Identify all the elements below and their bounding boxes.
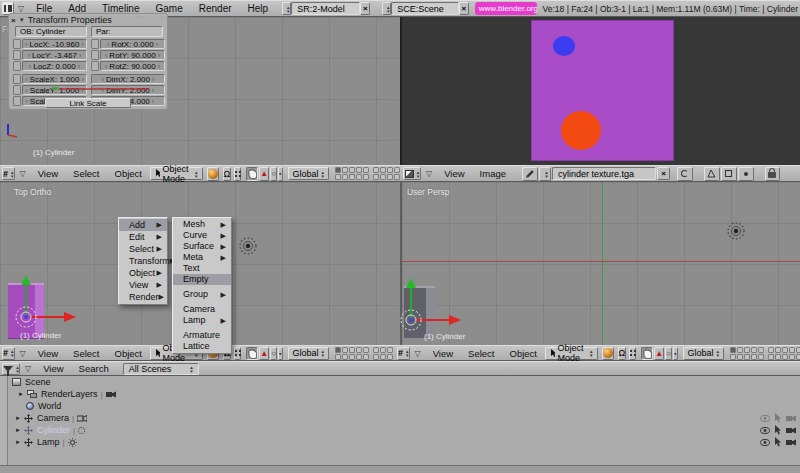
view-menu[interactable]: View	[437, 168, 471, 179]
uv-pin-icon[interactable]	[721, 167, 737, 181]
layer-toggle[interactable]	[730, 347, 736, 353]
texture-image[interactable]	[531, 20, 674, 161]
screen-close-button[interactable]: ×	[360, 2, 370, 15]
dimx-field[interactable]: DimX: 2.000	[91, 74, 165, 84]
layer-toggle[interactable]	[775, 347, 781, 353]
dimy-field[interactable]: DimY: 2.000	[91, 85, 165, 95]
layer-toggle[interactable]	[342, 347, 348, 353]
layer-toggle[interactable]	[342, 354, 348, 360]
layer-toggle[interactable]	[335, 174, 341, 180]
transform-manipulator[interactable]	[391, 276, 465, 332]
layer-toggle[interactable]	[363, 354, 369, 360]
panel-close-icon[interactable]: ×	[11, 16, 16, 25]
add-menu-item-surface[interactable]: Surface▶	[173, 241, 231, 252]
orientation-dropdown[interactable]: Global▴▾	[683, 347, 725, 360]
outliner-row-world[interactable]: World	[0, 400, 800, 412]
mode-dropdown[interactable]: Object Mode ▴▾	[545, 347, 598, 360]
layer-toggle[interactable]	[380, 347, 386, 353]
layer-toggle[interactable]	[744, 347, 750, 353]
menu-render[interactable]: Render	[191, 3, 240, 14]
layer-toggle[interactable]	[768, 354, 774, 360]
layer-toggle[interactable]	[737, 347, 743, 353]
loc-lock-icon[interactable]	[13, 61, 21, 71]
lamp-object-icon[interactable]	[237, 235, 259, 257]
context-menu-item-transform[interactable]: Transform▶	[119, 255, 167, 267]
manipulator-translate-icon[interactable]: ▲	[259, 167, 269, 181]
scalex-field[interactable]: ScaleX: 1.000	[22, 74, 87, 84]
view-menu[interactable]: View	[426, 348, 460, 359]
layer-toggle[interactable]	[387, 167, 393, 173]
add-menu-item-mesh[interactable]: Mesh▶	[173, 219, 231, 230]
draw-mode-icon[interactable]	[602, 347, 614, 360]
render-camera-icon[interactable]	[106, 391, 116, 398]
restrict-render-icon[interactable]	[786, 415, 796, 422]
layer-toggle[interactable]	[373, 354, 379, 360]
layer-toggle[interactable]	[758, 354, 764, 360]
locy-field[interactable]: LocY: -3.467	[22, 50, 87, 60]
header-collapse-icon[interactable]: ▽	[415, 349, 421, 358]
manipulator-translate-icon[interactable]: ▲	[654, 347, 664, 360]
layer-toggle[interactable]	[335, 354, 341, 360]
layer-toggle[interactable]	[342, 167, 348, 173]
transform-manipulator[interactable]	[6, 273, 80, 329]
outliner-panel[interactable]: Scene ► RenderLayers | World ► Camera |	[0, 376, 800, 465]
editor-type-grid-icon[interactable]: #▴▾	[2, 347, 15, 360]
manipulator-rotate-icon[interactable]: ○	[270, 167, 277, 181]
mode-dropdown[interactable]: Object Mode ▴▾	[150, 167, 203, 180]
context-menu-item-select[interactable]: Select▶	[119, 243, 167, 255]
layer-toggle[interactable]	[349, 354, 355, 360]
manipulator-hand-icon[interactable]	[246, 167, 258, 181]
loc-lock-icon[interactable]	[13, 39, 21, 49]
scene-close-button[interactable]: ×	[459, 2, 469, 15]
manipulator-hand-icon[interactable]	[641, 347, 653, 360]
layer-toggle[interactable]	[782, 354, 788, 360]
editor-type-image-icon[interactable]: ▴▾	[403, 167, 421, 180]
layer-toggle[interactable]	[335, 167, 341, 173]
image-reload-icon[interactable]	[677, 167, 693, 181]
context-menu-item-add[interactable]: Add▶	[119, 219, 167, 231]
layer-toggle[interactable]	[758, 347, 764, 353]
layer-toggle[interactable]	[768, 347, 774, 353]
header-collapse-icon[interactable]: ▽	[20, 169, 26, 178]
paint-dot-icon[interactable]	[738, 167, 754, 181]
outliner-scrollbar[interactable]	[0, 465, 800, 473]
screen-browse-icon[interactable]: ▴▾	[282, 2, 291, 15]
link-scale-button[interactable]: Link Scale	[45, 98, 131, 108]
manipulator-hand-icon[interactable]	[246, 347, 258, 360]
manipulator-scale-icon[interactable]: ▪	[278, 167, 282, 181]
rot-lock-icon[interactable]	[91, 61, 99, 71]
layer-toggle[interactable]	[796, 354, 800, 360]
scene-browse-icon[interactable]: ▴▾	[382, 2, 391, 15]
layer-toggle[interactable]	[363, 167, 369, 173]
add-menu-item-armature[interactable]: Armature	[173, 330, 231, 341]
restrict-view-icon[interactable]	[760, 415, 770, 422]
editor-type-outliner-icon[interactable]: ▴▾	[2, 363, 20, 375]
rotation-pivot-icon[interactable]: Ω	[618, 347, 627, 360]
outliner-row-renderlayers[interactable]: ► RenderLayers |	[0, 388, 800, 400]
layer-toggle[interactable]	[363, 347, 369, 353]
outliner-filter-dropdown[interactable]: All Scenes▴▾	[123, 363, 199, 375]
image-name-field[interactable]: cylinder texture.tga	[552, 167, 656, 180]
add-menu-item-meta[interactable]: Meta▶	[173, 252, 231, 263]
layer-toggle[interactable]	[349, 347, 355, 353]
image-close-button[interactable]: ×	[657, 167, 670, 180]
orientation-dropdown[interactable]: Global▴▾	[288, 167, 330, 180]
restrict-render-icon[interactable]	[786, 427, 796, 434]
expand-arrow-icon[interactable]: ►	[15, 415, 21, 421]
layer-toggle[interactable]	[380, 354, 386, 360]
manipulator-rotate-icon[interactable]: ○	[270, 347, 277, 360]
panel-collapse-icon[interactable]: ▼	[19, 17, 25, 23]
layer-toggle[interactable]	[356, 354, 362, 360]
uv-image-editor[interactable]	[400, 17, 800, 165]
outliner-row-scene[interactable]: Scene	[0, 376, 800, 388]
layer-toggle[interactable]	[335, 347, 341, 353]
rotx-field[interactable]: RotX: 0.000	[100, 39, 165, 49]
manipulator-scale-icon[interactable]: ▪	[278, 347, 282, 360]
expand-arrow-icon[interactable]: ►	[18, 391, 24, 397]
expand-arrow-icon[interactable]: ►	[15, 439, 21, 445]
image-browse-icon[interactable]: ▴▾	[539, 167, 551, 181]
restrict-render-icon[interactable]	[786, 439, 796, 446]
layer-toggle[interactable]	[380, 167, 386, 173]
select-menu[interactable]: Select	[66, 168, 106, 179]
rotation-pivot-icon[interactable]: Ω	[223, 167, 232, 181]
